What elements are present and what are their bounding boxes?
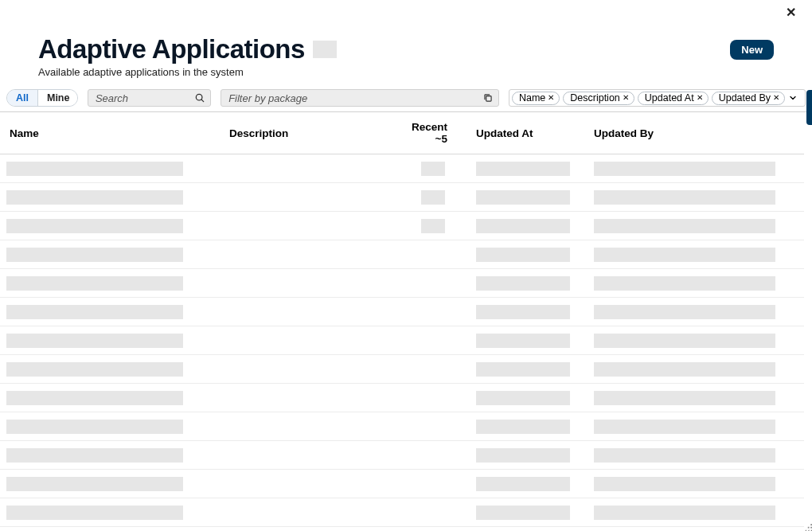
skeleton-cell xyxy=(476,219,570,233)
table-row[interactable] xyxy=(0,212,804,240)
new-button[interactable]: New xyxy=(730,40,774,60)
table-row[interactable] xyxy=(0,384,804,412)
chip-remove-icon[interactable]: ✕ xyxy=(697,94,703,102)
package-filter-container xyxy=(221,89,499,107)
table-row[interactable] xyxy=(0,498,804,527)
table-row[interactable] xyxy=(0,470,804,498)
column-selector[interactable]: Name ✕ Description ✕ Updated At ✕ Update… xyxy=(509,89,806,107)
search-container xyxy=(88,89,211,107)
chevron-down-icon[interactable] xyxy=(788,93,798,103)
skeleton-cell xyxy=(476,506,570,520)
skeleton-cell xyxy=(594,420,775,434)
table-row[interactable] xyxy=(0,240,804,269)
skeleton-cell xyxy=(6,190,183,205)
column-chip-updated-at: Updated At ✕ xyxy=(638,92,709,105)
chip-label: Updated At xyxy=(645,92,694,103)
skeleton-cell xyxy=(6,391,183,405)
page-subtitle: Available adaptive applications in the s… xyxy=(38,66,774,78)
skeleton-cell xyxy=(476,190,570,205)
svg-line-1 xyxy=(201,100,204,102)
column-header-updated-by[interactable]: Updated By xyxy=(588,111,804,154)
skeleton-cell xyxy=(594,190,775,205)
skeleton-cell xyxy=(476,305,570,319)
skeleton-cell xyxy=(594,506,775,520)
skeleton-cell xyxy=(476,362,570,377)
skeleton-cell xyxy=(476,420,570,434)
skeleton-cell xyxy=(6,506,183,520)
skeleton-cell xyxy=(476,248,570,262)
table-row[interactable] xyxy=(0,355,804,384)
skeleton-cell xyxy=(594,362,775,377)
table-header-row: Name Description Recent ~5 Updated At Up… xyxy=(0,111,804,154)
chip-label: Updated By xyxy=(719,92,771,103)
skeleton-cell xyxy=(6,248,183,262)
column-header-description[interactable]: Description xyxy=(223,111,402,154)
column-chip-updated-by: Updated By ✕ xyxy=(712,92,785,105)
skeleton-cell xyxy=(594,391,775,405)
skeleton-cell xyxy=(594,334,775,348)
skeleton-cell xyxy=(476,334,570,348)
column-header-recent[interactable]: Recent ~5 xyxy=(402,111,470,154)
table-row[interactable] xyxy=(0,441,804,470)
skeleton-cell xyxy=(6,334,183,348)
svg-rect-2 xyxy=(486,96,491,101)
skeleton-cell xyxy=(476,448,570,463)
scope-all-button[interactable]: All xyxy=(7,90,37,106)
skeleton-cell xyxy=(6,162,183,176)
skeleton-cell xyxy=(6,305,183,319)
scope-segmented-control: All Mine xyxy=(6,89,78,107)
scroll-indicator[interactable] xyxy=(806,90,812,125)
chip-label: Name xyxy=(519,92,545,103)
column-chip-name: Name ✕ xyxy=(512,92,560,105)
search-input[interactable] xyxy=(88,92,210,104)
chip-remove-icon[interactable]: ✕ xyxy=(548,94,554,102)
skeleton-cell xyxy=(594,248,775,262)
chip-remove-icon[interactable]: ✕ xyxy=(773,94,779,102)
skeleton-cell xyxy=(6,477,183,491)
skeleton-cell xyxy=(594,162,775,176)
title-badge-skeleton xyxy=(313,41,337,58)
column-header-updated-at[interactable]: Updated At xyxy=(470,111,588,154)
skeleton-cell xyxy=(421,219,445,233)
skeleton-cell xyxy=(476,276,570,291)
skeleton-cell xyxy=(6,219,183,233)
skeleton-cell xyxy=(594,477,775,491)
table-row[interactable] xyxy=(0,326,804,355)
search-icon[interactable] xyxy=(194,92,205,103)
column-header-name[interactable]: Name xyxy=(0,111,223,154)
skeleton-cell xyxy=(594,305,775,319)
skeleton-cell xyxy=(594,276,775,291)
chip-remove-icon[interactable]: ✕ xyxy=(623,94,629,102)
skeleton-cell xyxy=(6,420,183,434)
skeleton-cell xyxy=(421,162,445,176)
table-container: Name Description Recent ~5 Updated At Up… xyxy=(0,111,804,531)
copy-icon[interactable] xyxy=(482,92,494,103)
skeleton-cell xyxy=(6,276,183,291)
column-chip-description: Description ✕ xyxy=(563,92,634,105)
package-filter-input[interactable] xyxy=(221,92,498,104)
page-header: Adaptive Applications New Available adap… xyxy=(0,0,812,78)
skeleton-cell xyxy=(476,162,570,176)
page-title: Adaptive Applications xyxy=(38,34,305,64)
table-row[interactable] xyxy=(0,412,804,441)
table-row[interactable] xyxy=(0,298,804,326)
chip-label: Description xyxy=(570,92,620,103)
table-row[interactable] xyxy=(0,183,804,212)
table-row[interactable] xyxy=(0,269,804,298)
skeleton-cell xyxy=(6,448,183,463)
skeleton-cell xyxy=(6,362,183,377)
skeleton-cell xyxy=(594,448,775,463)
scope-mine-button[interactable]: Mine xyxy=(37,90,78,106)
skeleton-cell xyxy=(421,190,445,205)
applications-table: Name Description Recent ~5 Updated At Up… xyxy=(0,111,804,527)
skeleton-cell xyxy=(476,477,570,491)
filter-bar: All Mine Name ✕ Description ✕ Updat xyxy=(0,78,812,112)
skeleton-cell xyxy=(594,219,775,233)
resize-handle-icon[interactable] xyxy=(801,520,812,531)
skeleton-cell xyxy=(476,391,570,405)
table-row[interactable] xyxy=(0,154,804,183)
